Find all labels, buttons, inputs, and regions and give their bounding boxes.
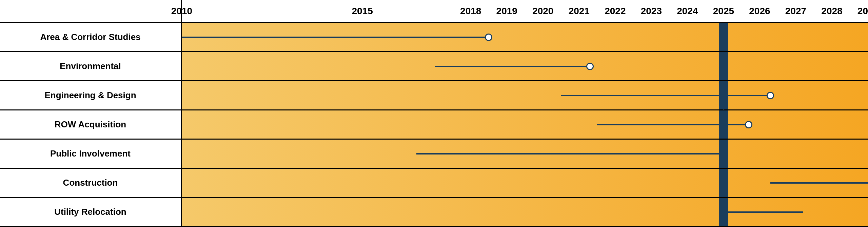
- row-chart-area-corridor: We are here: [182, 23, 868, 51]
- row-label-public-involvement: Public Involvement: [0, 140, 182, 168]
- years-area: 2010201520182019202020212022202320242025…: [182, 0, 868, 22]
- row-chart-utility-relocation: [182, 198, 868, 226]
- we-are-here-bar-area-corridor: We are here: [719, 23, 728, 51]
- row-construction: Construction: [0, 169, 868, 198]
- row-label-construction: Construction: [0, 169, 182, 197]
- year-label-2029: 2029: [857, 6, 868, 17]
- we-are-here-bar-engineering: [719, 81, 728, 109]
- row-environmental: Environmental: [0, 52, 868, 81]
- we-are-here-bar-environmental: [719, 52, 728, 80]
- header-row: 2010201520182019202020212022202320242025…: [0, 0, 868, 23]
- timeline-bar-area-corridor: [182, 37, 489, 38]
- year-label-2015: 2015: [352, 6, 373, 17]
- row-engineering: Engineering & Design: [0, 81, 868, 110]
- year-label-2028: 2028: [821, 6, 842, 17]
- timeline-bar-utility-relocation: [727, 211, 803, 213]
- row-label-row-acquisition: ROW Acquisition: [0, 110, 182, 139]
- row-label-utility-relocation: Utility Relocation: [0, 198, 182, 226]
- year-label-2023: 2023: [641, 6, 662, 17]
- row-row-acquisition: ROW Acquisition: [0, 110, 868, 140]
- year-label-2024: 2024: [677, 6, 698, 17]
- header-label-col: [0, 0, 182, 22]
- row-area-corridor: Area & Corridor StudiesWe are here: [0, 23, 868, 52]
- row-label-environmental: Environmental: [0, 52, 182, 80]
- year-label-2021: 2021: [569, 6, 590, 17]
- row-utility-relocation: Utility Relocation: [0, 198, 868, 227]
- year-label-2010: 2010: [171, 6, 192, 17]
- year-label-2022: 2022: [605, 6, 626, 17]
- timeline-circle-row-acquisition: [745, 121, 752, 128]
- timeline-circle-environmental: [586, 63, 594, 70]
- row-chart-construction: [182, 169, 868, 197]
- year-label-2018: 2018: [460, 6, 481, 17]
- timeline-bar-engineering: [561, 95, 771, 96]
- year-label-2025: 2025: [713, 6, 734, 17]
- timeline-bar-public-involvement: [416, 153, 723, 154]
- we-are-here-bar-construction: [719, 169, 728, 197]
- timeline-bar-construction: [770, 182, 868, 184]
- we-are-here-bar-public-involvement: [719, 140, 728, 168]
- row-chart-environmental: [182, 52, 868, 80]
- we-are-here-bar-utility-relocation: [719, 198, 728, 226]
- year-label-2026: 2026: [749, 6, 770, 17]
- row-public-involvement: Public Involvement: [0, 140, 868, 169]
- year-label-2027: 2027: [785, 6, 806, 17]
- row-chart-row-acquisition: [182, 110, 868, 139]
- timeline-circle-area-corridor: [485, 34, 492, 41]
- row-chart-engineering: [182, 81, 868, 109]
- we-are-here-bar-row-acquisition: [719, 110, 728, 139]
- gantt-chart: 2010201520182019202020212022202320242025…: [0, 0, 868, 227]
- timeline-circle-engineering: [767, 92, 774, 99]
- row-label-engineering: Engineering & Design: [0, 81, 182, 109]
- year-label-2019: 2019: [496, 6, 517, 17]
- year-label-2020: 2020: [532, 6, 553, 17]
- timeline-bar-environmental: [435, 66, 590, 67]
- row-label-area-corridor: Area & Corridor Studies: [0, 23, 182, 51]
- row-chart-public-involvement: [182, 140, 868, 168]
